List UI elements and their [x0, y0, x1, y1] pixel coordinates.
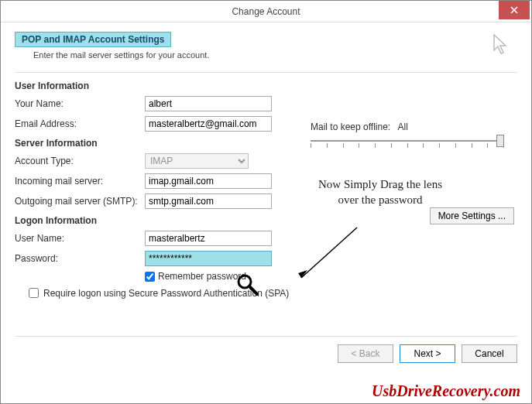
account-type-select: IMAP [145, 153, 249, 169]
section-user-info: User Information [15, 80, 517, 91]
divider [15, 72, 517, 73]
annotation-arrow [295, 224, 365, 286]
mail-offline-section: Mail to keep offline: All [311, 122, 504, 142]
content-area: POP and IMAP Account Settings Enter the … [1, 22, 531, 308]
page-subheading: Enter the mail server settings for your … [33, 50, 517, 60]
remember-password-checkbox[interactable] [145, 272, 155, 282]
magnifier-icon [236, 273, 259, 296]
back-button: < Back [338, 344, 393, 363]
remember-password-label: Remember password [158, 271, 246, 282]
window-title: Change Account [1, 6, 531, 17]
spa-checkbox[interactable] [29, 288, 39, 298]
mail-keep-value: All [398, 122, 408, 132]
wizard-footer: < Back Next > Cancel [15, 336, 517, 363]
slider-thumb[interactable] [496, 135, 504, 147]
incoming-label: Incoming mail server: [15, 176, 145, 187]
svg-line-0 [301, 228, 357, 278]
username-label: User Name: [15, 233, 145, 244]
mail-keep-label: Mail to keep offline: [311, 122, 390, 132]
svg-line-2 [249, 286, 257, 294]
email-label: Email Address: [15, 118, 145, 129]
your-name-input[interactable] [145, 96, 272, 111]
titlebar: Change Account [1, 1, 531, 22]
close-icon [510, 6, 518, 14]
mail-keep-slider[interactable] [311, 140, 504, 142]
account-type-label: Account Type: [15, 156, 145, 166]
incoming-input[interactable] [145, 173, 272, 189]
password-label: Password: [15, 253, 145, 264]
outgoing-label: Outgoing mail server (SMTP): [15, 196, 145, 207]
page-heading: POP and IMAP Account Settings [15, 32, 171, 47]
password-input[interactable] [145, 251, 272, 266]
watermark: UsbDriveRecovery.com [372, 382, 520, 400]
close-button[interactable] [499, 1, 530, 19]
cancel-button[interactable]: Cancel [462, 344, 517, 363]
more-settings-button[interactable]: More Settings ... [430, 207, 514, 224]
next-button[interactable]: Next > [400, 344, 455, 363]
your-name-label: Your Name: [15, 98, 145, 109]
outgoing-input[interactable] [145, 193, 272, 209]
username-input[interactable] [145, 231, 272, 246]
annotation-text: Now Simply Drag the lens over the passwo… [318, 177, 442, 207]
email-input[interactable] [145, 116, 272, 132]
cursor-icon [491, 33, 513, 61]
